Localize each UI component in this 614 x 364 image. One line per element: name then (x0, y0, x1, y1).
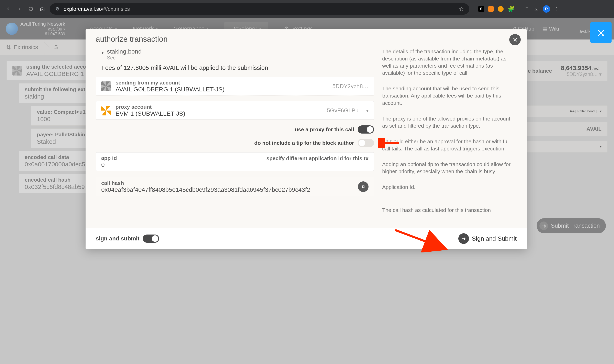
profile-avatar[interactable]: P (543, 5, 550, 13)
sign-submit-toggle[interactable] (143, 234, 159, 243)
nav-buttons (6, 7, 45, 11)
desc4a: This (382, 138, 392, 144)
proxy-account-selector[interactable]: proxy account EVM 1 (SUBWALLET-JS) 5GvF6… (96, 101, 374, 120)
desc-appid: Application Id. (382, 184, 517, 191)
bookmark-star-icon[interactable]: ☆ (459, 6, 464, 12)
extrinsic-section: staking.bond (107, 48, 142, 55)
proxy-name: EVM 1 (SUBWALLET-JS) (116, 110, 322, 117)
site-settings-icon[interactable]: ⚙ (55, 6, 59, 12)
shuffle-widget[interactable]: ⤨ (590, 22, 612, 43)
kebab-menu-icon[interactable]: ⋮ (554, 7, 559, 11)
sign-and-submit-button[interactable]: ➜ Sign and Submit (458, 233, 517, 244)
proxy-label: proxy account (116, 104, 322, 110)
callhash-value: 0x04eaf3baf4047ff8408b5e145cdb0c9f293aa3… (101, 186, 354, 193)
no-tip-toggle-row: do not include a tip for the block autho… (96, 139, 374, 147)
extensions-menu-icon[interactable]: 🧩 (508, 6, 515, 13)
no-tip-toggle[interactable] (358, 139, 374, 147)
caret-down-icon[interactable]: ▾ (101, 50, 104, 55)
home-button[interactable] (40, 7, 45, 11)
sending-name: AVAIL GOLDBERG 1 (SUBWALLET-JS) (116, 86, 328, 93)
desc-sending: The sending account that will be used to… (382, 85, 517, 106)
identicon (101, 81, 111, 91)
desc-transaction: The details of the transaction including… (382, 48, 517, 77)
extrinsic-see-link[interactable]: See (107, 55, 142, 61)
call-hash-box: call hash 0x04eaf3baf4047ff8408b5e145cdb… (96, 177, 374, 196)
downloads-icon[interactable] (534, 7, 539, 11)
sending-addr: 5DDY2yzh8… (333, 83, 369, 90)
appid-hint: specify different application id for thi… (267, 155, 369, 162)
copy-hash-button[interactable]: ⧉ (358, 182, 369, 192)
url-host: explorer.avail.so (64, 6, 102, 12)
extension-phantom-icon[interactable] (498, 6, 504, 12)
identicon (101, 106, 111, 116)
modal-title: authorize transaction (96, 35, 517, 44)
sign-submit-btn-label: Sign and Submit (472, 235, 517, 242)
sign-submit-label: sign and submit (96, 235, 140, 242)
forward-button[interactable] (17, 7, 22, 11)
shuffle-icon: ⤨ (597, 26, 606, 39)
back-button[interactable] (6, 7, 11, 11)
appid-value: 0 (101, 161, 267, 168)
use-proxy-toggle[interactable] (358, 125, 374, 133)
close-button[interactable]: ✕ (509, 34, 521, 45)
use-proxy-label: use a proxy for this call (295, 126, 354, 133)
extension-icons: S 🧩 P ⋮ (478, 5, 559, 13)
chevron-down-icon: ▾ (366, 108, 369, 113)
desc-proxy: The proxy is one of the allowed proxies … (382, 115, 517, 130)
use-proxy-toggle-row: use a proxy for this call (96, 125, 374, 133)
close-icon: ✕ (513, 36, 518, 43)
app-id-box[interactable]: app id 0 specify different application i… (96, 152, 374, 171)
browser-chrome: ⚙ explorer.avail.so/#/extrinsics ☆ S 🧩 P… (0, 0, 614, 18)
sign-in-icon: ➜ (458, 233, 469, 244)
callhash-label: call hash (101, 180, 354, 186)
desc-tip: Adding an optional tip to the transactio… (382, 161, 517, 175)
extension-metamask-icon[interactable] (488, 6, 494, 12)
desc-approval: This ould either be an approval for the … (382, 138, 517, 152)
no-tip-label: do not include a tip for the block autho… (254, 140, 354, 146)
appid-label: app id (101, 155, 267, 161)
authorize-transaction-modal: authorize transaction ✕ ▾ staking.bond S… (86, 29, 527, 249)
desc4c: tails. The call as last approval trigger… (392, 145, 506, 152)
copy-icon: ⧉ (361, 184, 365, 190)
sending-label: sending from my account (116, 80, 328, 86)
proxy-addr: 5GvF6GLPu… (327, 107, 364, 114)
reload-button[interactable] (28, 7, 33, 11)
desc-callhash: The call hash as calculated for this tra… (382, 207, 517, 214)
url-path: /#/extrinsics (102, 6, 130, 12)
modal-footer: sign and submit ➜ Sign and Submit (86, 228, 527, 249)
url-bar[interactable]: ⚙ explorer.avail.so/#/extrinsics ☆ (50, 3, 469, 15)
fee-line: Fees of 127.8005 milli AVAIL will be app… (101, 64, 374, 71)
reading-list-icon[interactable] (525, 7, 530, 11)
sending-account-box: sending from my account AVAIL GOLDBERG 1… (96, 77, 374, 95)
extension-subwallet-icon[interactable]: S (478, 6, 484, 12)
